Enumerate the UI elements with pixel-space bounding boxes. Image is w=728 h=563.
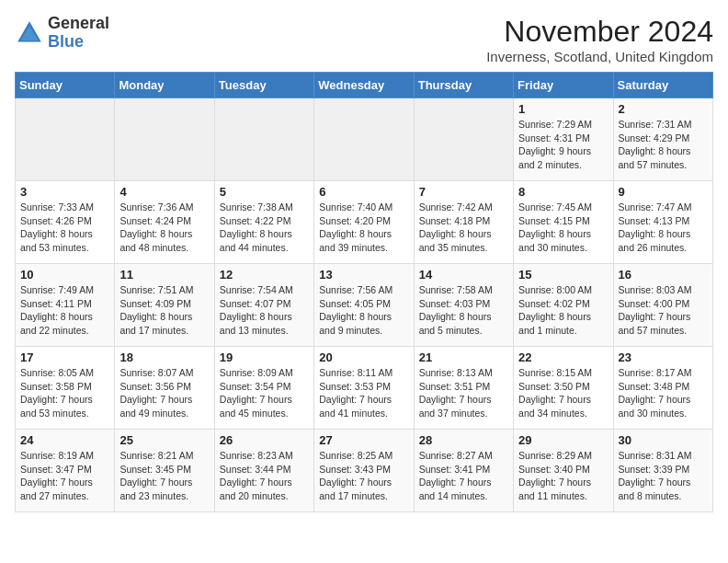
day-info: Sunrise: 7:38 AMSunset: 4:22 PMDaylight:… xyxy=(220,201,309,255)
title-block: November 2024 Inverness, Scotland, Unite… xyxy=(486,15,713,64)
day-number: 9 xyxy=(619,185,708,199)
day-info: Sunrise: 8:19 AMSunset: 3:47 PMDaylight:… xyxy=(20,449,109,503)
day-number: 7 xyxy=(419,185,508,199)
day-info: Sunrise: 7:36 AMSunset: 4:24 PMDaylight:… xyxy=(119,201,209,255)
calendar-header-monday: Monday xyxy=(115,73,214,98)
calendar-header-friday: Friday xyxy=(514,73,613,98)
calendar-cell: 5Sunrise: 7:38 AMSunset: 4:22 PMDaylight… xyxy=(214,181,313,264)
calendar-week-1: 1Sunrise: 7:29 AMSunset: 4:31 PMDaylight… xyxy=(16,98,713,181)
day-number: 28 xyxy=(419,433,508,447)
calendar-week-3: 10Sunrise: 7:49 AMSunset: 4:11 PMDayligh… xyxy=(16,264,713,347)
calendar-cell: 8Sunrise: 7:45 AMSunset: 4:15 PMDaylight… xyxy=(514,181,613,264)
day-number: 3 xyxy=(20,185,109,199)
header: General Blue November 2024 Inverness, Sc… xyxy=(15,15,713,64)
day-number: 17 xyxy=(20,350,109,364)
calendar-cell: 4Sunrise: 7:36 AMSunset: 4:24 PMDaylight… xyxy=(115,181,214,264)
calendar-cell: 12Sunrise: 7:54 AMSunset: 4:07 PMDayligh… xyxy=(214,264,313,347)
day-number: 10 xyxy=(20,268,109,282)
calendar-week-2: 3Sunrise: 7:33 AMSunset: 4:26 PMDaylight… xyxy=(16,181,713,264)
calendar-cell xyxy=(214,98,313,181)
calendar-cell: 19Sunrise: 8:09 AMSunset: 3:54 PMDayligh… xyxy=(214,347,313,430)
logo-icon xyxy=(15,18,44,48)
day-info: Sunrise: 8:05 AMSunset: 3:58 PMDaylight:… xyxy=(20,366,109,420)
day-info: Sunrise: 8:11 AMSunset: 3:53 PMDaylight:… xyxy=(319,366,408,420)
calendar-header-thursday: Thursday xyxy=(414,73,513,98)
logo-general: General xyxy=(48,14,109,32)
day-info: Sunrise: 8:13 AMSunset: 3:51 PMDaylight:… xyxy=(419,366,508,420)
day-number: 27 xyxy=(319,433,408,447)
day-info: Sunrise: 7:29 AMSunset: 4:31 PMDaylight:… xyxy=(518,118,608,172)
day-info: Sunrise: 8:31 AMSunset: 3:39 PMDaylight:… xyxy=(619,449,708,503)
day-info: Sunrise: 7:40 AMSunset: 4:20 PMDaylight:… xyxy=(319,201,408,255)
calendar-header-wednesday: Wednesday xyxy=(314,73,414,98)
calendar-cell: 25Sunrise: 8:21 AMSunset: 3:45 PMDayligh… xyxy=(115,430,214,512)
day-number: 15 xyxy=(518,268,608,282)
calendar-cell: 20Sunrise: 8:11 AMSunset: 3:53 PMDayligh… xyxy=(314,347,414,430)
day-number: 21 xyxy=(419,350,508,364)
calendar-cell: 13Sunrise: 7:56 AMSunset: 4:05 PMDayligh… xyxy=(314,264,414,347)
calendar-cell: 17Sunrise: 8:05 AMSunset: 3:58 PMDayligh… xyxy=(16,347,115,430)
calendar-header-saturday: Saturday xyxy=(613,73,712,98)
calendar-cell xyxy=(314,98,414,181)
calendar-cell: 16Sunrise: 8:03 AMSunset: 4:00 PMDayligh… xyxy=(613,264,712,347)
calendar-cell: 29Sunrise: 8:29 AMSunset: 3:40 PMDayligh… xyxy=(514,430,613,512)
calendar-cell: 28Sunrise: 8:27 AMSunset: 3:41 PMDayligh… xyxy=(414,430,513,512)
day-number: 24 xyxy=(20,433,109,447)
day-number: 11 xyxy=(119,268,209,282)
calendar-week-5: 24Sunrise: 8:19 AMSunset: 3:47 PMDayligh… xyxy=(16,430,713,512)
month-title: November 2024 xyxy=(486,15,713,49)
day-number: 20 xyxy=(319,350,408,364)
calendar-cell xyxy=(115,98,214,181)
day-info: Sunrise: 7:54 AMSunset: 4:07 PMDaylight:… xyxy=(220,283,309,338)
calendar-cell: 3Sunrise: 7:33 AMSunset: 4:26 PMDaylight… xyxy=(16,181,115,264)
day-info: Sunrise: 7:56 AMSunset: 4:05 PMDaylight:… xyxy=(319,283,408,338)
day-number: 13 xyxy=(319,268,408,282)
calendar-cell: 26Sunrise: 8:23 AMSunset: 3:44 PMDayligh… xyxy=(214,430,313,512)
calendar-cell xyxy=(16,98,115,181)
day-number: 12 xyxy=(220,268,309,282)
day-number: 4 xyxy=(119,185,209,199)
day-number: 23 xyxy=(619,350,708,364)
day-info: Sunrise: 8:23 AMSunset: 3:44 PMDaylight:… xyxy=(220,449,309,503)
day-number: 16 xyxy=(619,268,708,282)
calendar-cell: 9Sunrise: 7:47 AMSunset: 4:13 PMDaylight… xyxy=(613,181,712,264)
calendar-cell: 2Sunrise: 7:31 AMSunset: 4:29 PMDaylight… xyxy=(613,98,712,181)
day-number: 14 xyxy=(419,268,508,282)
calendar-header-row: SundayMondayTuesdayWednesdayThursdayFrid… xyxy=(16,73,713,98)
day-info: Sunrise: 7:51 AMSunset: 4:09 PMDaylight:… xyxy=(119,283,209,338)
calendar-cell: 27Sunrise: 8:25 AMSunset: 3:43 PMDayligh… xyxy=(314,430,414,512)
logo: General Blue xyxy=(15,15,109,52)
calendar-cell: 14Sunrise: 7:58 AMSunset: 4:03 PMDayligh… xyxy=(414,264,513,347)
day-info: Sunrise: 8:21 AMSunset: 3:45 PMDaylight:… xyxy=(119,449,209,503)
calendar-cell: 23Sunrise: 8:17 AMSunset: 3:48 PMDayligh… xyxy=(613,347,712,430)
calendar-cell: 7Sunrise: 7:42 AMSunset: 4:18 PMDaylight… xyxy=(414,181,513,264)
day-number: 1 xyxy=(518,102,608,116)
calendar-cell: 1Sunrise: 7:29 AMSunset: 4:31 PMDaylight… xyxy=(514,98,613,181)
location: Inverness, Scotland, United Kingdom xyxy=(486,49,713,64)
calendar-cell: 15Sunrise: 8:00 AMSunset: 4:02 PMDayligh… xyxy=(514,264,613,347)
day-number: 25 xyxy=(119,433,209,447)
day-info: Sunrise: 8:29 AMSunset: 3:40 PMDaylight:… xyxy=(518,449,608,503)
calendar-cell: 30Sunrise: 8:31 AMSunset: 3:39 PMDayligh… xyxy=(613,430,712,512)
calendar-table: SundayMondayTuesdayWednesdayThursdayFrid… xyxy=(15,72,713,512)
logo-blue: Blue xyxy=(48,32,84,51)
day-number: 29 xyxy=(518,433,608,447)
day-info: Sunrise: 7:33 AMSunset: 4:26 PMDaylight:… xyxy=(20,201,109,255)
calendar-cell: 22Sunrise: 8:15 AMSunset: 3:50 PMDayligh… xyxy=(514,347,613,430)
logo-text: General Blue xyxy=(48,15,109,52)
day-info: Sunrise: 7:42 AMSunset: 4:18 PMDaylight:… xyxy=(419,201,508,255)
day-info: Sunrise: 7:58 AMSunset: 4:03 PMDaylight:… xyxy=(419,283,508,338)
day-info: Sunrise: 8:17 AMSunset: 3:48 PMDaylight:… xyxy=(619,366,708,420)
day-number: 22 xyxy=(518,350,608,364)
day-number: 19 xyxy=(220,350,309,364)
calendar-cell xyxy=(414,98,513,181)
calendar-cell: 11Sunrise: 7:51 AMSunset: 4:09 PMDayligh… xyxy=(115,264,214,347)
day-info: Sunrise: 7:49 AMSunset: 4:11 PMDaylight:… xyxy=(20,283,109,338)
day-number: 6 xyxy=(319,185,408,199)
day-number: 30 xyxy=(619,433,708,447)
day-info: Sunrise: 8:07 AMSunset: 3:56 PMDaylight:… xyxy=(119,366,209,420)
day-info: Sunrise: 7:31 AMSunset: 4:29 PMDaylight:… xyxy=(619,118,708,172)
day-info: Sunrise: 8:15 AMSunset: 3:50 PMDaylight:… xyxy=(518,366,608,420)
calendar-cell: 21Sunrise: 8:13 AMSunset: 3:51 PMDayligh… xyxy=(414,347,513,430)
day-number: 5 xyxy=(220,185,309,199)
